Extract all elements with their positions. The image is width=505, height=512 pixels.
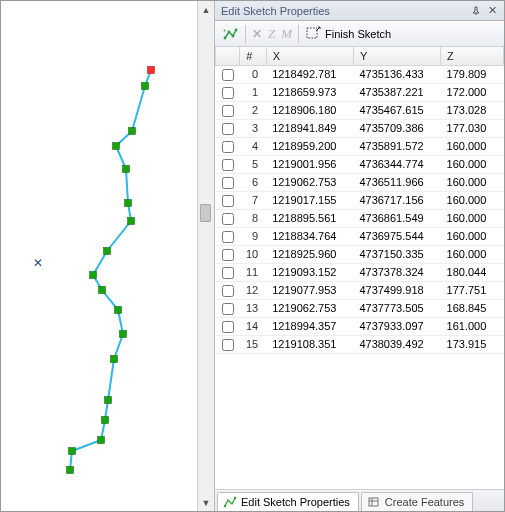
row-checkbox-cell[interactable] — [216, 227, 240, 245]
row-checkbox-cell[interactable] — [216, 155, 240, 173]
sketch-vertex[interactable] — [128, 218, 135, 225]
svg-point-6 — [224, 505, 226, 507]
crosshair-icon: ✕ — [33, 256, 43, 270]
sketch-vertex[interactable] — [69, 448, 76, 455]
row-checkbox[interactable] — [222, 69, 234, 81]
row-x: 1219062.753 — [266, 173, 353, 191]
tab-edit-sketch[interactable]: Edit Sketch Properties — [217, 492, 359, 511]
row-checkbox[interactable] — [222, 141, 234, 153]
map-vertical-scrollbar[interactable]: ▲ ▼ — [197, 1, 214, 511]
table-row[interactable]: 101218925.9604737150.335160.000 — [216, 245, 504, 263]
scroll-thumb[interactable] — [200, 204, 211, 222]
sketch-end-vertex[interactable] — [148, 67, 155, 74]
row-x: 1218895.561 — [266, 209, 353, 227]
col-index[interactable]: # — [240, 47, 266, 65]
close-icon[interactable]: ✕ — [484, 4, 500, 18]
row-checkbox-cell[interactable] — [216, 317, 240, 335]
row-checkbox-cell[interactable] — [216, 299, 240, 317]
row-checkbox-cell[interactable] — [216, 119, 240, 137]
table-row[interactable]: 151219108.3514738039.492173.915 — [216, 335, 504, 353]
table-row[interactable]: 61219062.7534736511.966160.000 — [216, 173, 504, 191]
sketch-vertex[interactable] — [125, 200, 132, 207]
sketch-vertex[interactable] — [129, 128, 136, 135]
row-checkbox-cell[interactable] — [216, 101, 240, 119]
row-y: 4737499.918 — [353, 281, 440, 299]
sketch-vertex[interactable] — [111, 356, 118, 363]
sketch-vertex[interactable] — [90, 272, 97, 279]
row-checkbox[interactable] — [222, 213, 234, 225]
row-y: 4737150.335 — [353, 245, 440, 263]
auto-hide-pin-icon[interactable] — [468, 4, 484, 18]
row-z: 160.000 — [441, 155, 504, 173]
map-canvas[interactable]: ✕ — [1, 1, 197, 511]
col-x[interactable]: X — [266, 47, 353, 65]
scroll-track[interactable] — [198, 18, 214, 494]
row-checkbox[interactable] — [222, 177, 234, 189]
row-x: 1219108.351 — [266, 335, 353, 353]
row-checkbox[interactable] — [222, 195, 234, 207]
row-checkbox[interactable] — [222, 267, 234, 279]
sketch-vertex[interactable] — [113, 143, 120, 150]
sketch-vertex[interactable] — [98, 437, 105, 444]
row-checkbox[interactable] — [222, 303, 234, 315]
row-y: 4736861.549 — [353, 209, 440, 227]
row-checkbox-cell[interactable] — [216, 209, 240, 227]
row-checkbox[interactable] — [222, 285, 234, 297]
table-row[interactable]: 141218994.3574737933.097161.000 — [216, 317, 504, 335]
row-checkbox-cell[interactable] — [216, 137, 240, 155]
table-row[interactable]: 131219062.7534737773.505168.845 — [216, 299, 504, 317]
row-index: 5 — [240, 155, 266, 173]
sketch-vertex[interactable] — [99, 287, 106, 294]
row-checkbox[interactable] — [222, 339, 234, 351]
col-y[interactable]: Y — [353, 47, 440, 65]
sketch-vertex[interactable] — [123, 166, 130, 173]
row-checkbox-cell[interactable] — [216, 83, 240, 101]
row-checkbox-cell[interactable] — [216, 263, 240, 281]
row-checkbox-cell[interactable] — [216, 65, 240, 83]
sketch-vertex[interactable] — [142, 83, 149, 90]
scroll-down-icon[interactable]: ▼ — [199, 494, 214, 511]
row-checkbox[interactable] — [222, 321, 234, 333]
row-index: 6 — [240, 173, 266, 191]
sketch-vertex[interactable] — [120, 331, 127, 338]
row-checkbox-cell[interactable] — [216, 173, 240, 191]
finish-sketch-button[interactable]: Finish Sketch — [305, 26, 391, 42]
table-row[interactable]: 111219093.1524737378.324180.044 — [216, 263, 504, 281]
row-checkbox[interactable] — [222, 87, 234, 99]
scroll-up-icon[interactable]: ▲ — [199, 1, 214, 18]
table-row[interactable]: 51219001.9564736344.774160.000 — [216, 155, 504, 173]
sketch-vertex[interactable] — [102, 417, 109, 424]
sketch-vertex[interactable] — [104, 248, 111, 255]
sketch-vertex[interactable] — [105, 397, 112, 404]
table-row[interactable]: 121219077.9534737499.918177.751 — [216, 281, 504, 299]
row-checkbox[interactable] — [222, 105, 234, 117]
table-row[interactable]: 11218659.9734735387.221172.000 — [216, 83, 504, 101]
sketch-vertex[interactable] — [67, 467, 74, 474]
row-checkbox[interactable] — [222, 123, 234, 135]
row-z: 161.000 — [441, 317, 504, 335]
row-checkbox[interactable] — [222, 159, 234, 171]
sketch-vertex[interactable] — [115, 307, 122, 314]
row-checkbox[interactable] — [222, 249, 234, 261]
col-check[interactable] — [216, 47, 240, 65]
sketch-tool-icon[interactable]: + — [221, 25, 239, 43]
table-row[interactable]: 31218941.8494735709.386177.030 — [216, 119, 504, 137]
table-row[interactable]: 21218906.1804735467.615173.028 — [216, 101, 504, 119]
table-row[interactable]: 41218959.2004735891.572160.000 — [216, 137, 504, 155]
row-checkbox-cell[interactable] — [216, 191, 240, 209]
vertex-grid[interactable]: # X Y Z 01218492.7814735136.433179.80911… — [215, 47, 504, 489]
table-row[interactable]: 71219017.1554736717.156160.000 — [216, 191, 504, 209]
col-z[interactable]: Z — [441, 47, 504, 65]
tab-create-features[interactable]: Create Features — [361, 492, 473, 511]
row-checkbox-cell[interactable] — [216, 335, 240, 353]
sketch-polyline[interactable] — [70, 70, 151, 470]
finish-sketch-label: Finish Sketch — [325, 28, 391, 40]
row-checkbox-cell[interactable] — [216, 245, 240, 263]
table-row[interactable]: 91218834.7644736975.544160.000 — [216, 227, 504, 245]
table-row[interactable]: 01218492.7814735136.433179.809 — [216, 65, 504, 83]
row-checkbox-cell[interactable] — [216, 281, 240, 299]
svg-text:+: + — [223, 27, 227, 33]
row-checkbox[interactable] — [222, 231, 234, 243]
table-row[interactable]: 81218895.5614736861.549160.000 — [216, 209, 504, 227]
row-x: 1218994.357 — [266, 317, 353, 335]
